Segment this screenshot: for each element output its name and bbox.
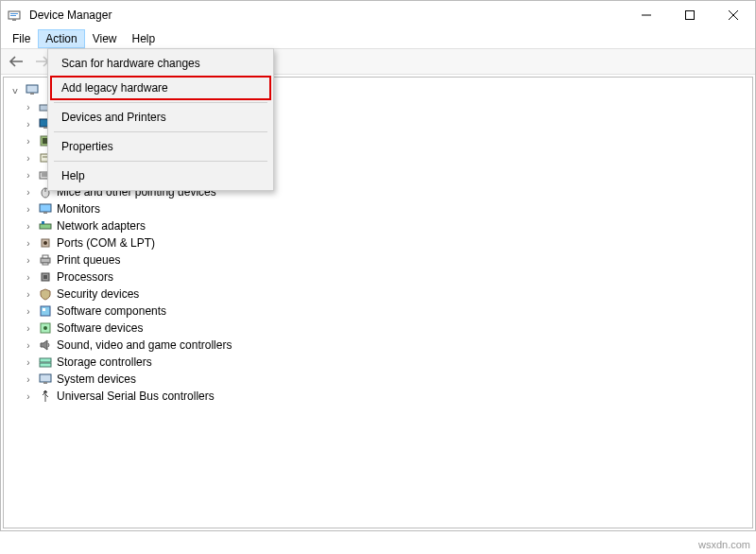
tree-item[interactable]: ›Network adapters <box>4 217 752 234</box>
printer-icon <box>38 252 53 268</box>
action-menu-dropdown: Scan for hardware changesAdd legacy hard… <box>47 48 274 191</box>
monitor-icon <box>38 201 53 216</box>
svg-point-45 <box>43 326 47 330</box>
tree-item[interactable]: ›Security devices <box>4 286 752 303</box>
tree-item-label: Universal Serial Bus controllers <box>57 390 215 403</box>
chevron-right-icon[interactable]: › <box>23 340 34 351</box>
menu-item-help[interactable]: Help <box>50 164 271 188</box>
chevron-right-icon[interactable]: › <box>23 204 34 215</box>
svg-rect-31 <box>40 204 51 212</box>
chevron-right-icon[interactable]: › <box>23 238 34 249</box>
chevron-right-icon[interactable]: › <box>23 391 34 402</box>
menu-item-add-legacy-hardware[interactable]: Add legacy hardware <box>50 76 271 100</box>
tree-item[interactable]: ›Monitors <box>4 200 752 217</box>
chevron-right-icon[interactable]: › <box>23 136 34 147</box>
chevron-right-icon[interactable]: › <box>23 357 34 368</box>
chevron-right-icon[interactable]: › <box>23 187 34 198</box>
chevron-down-icon[interactable]: ⅴ <box>9 85 21 95</box>
menu-item-properties[interactable]: Properties <box>50 134 271 159</box>
window-title: Device Manager <box>29 9 112 22</box>
window-buttons <box>625 1 755 29</box>
menu-help[interactable]: Help <box>125 29 163 48</box>
tree-item-label: Software components <box>57 304 166 318</box>
menu-action[interactable]: Action <box>38 29 84 48</box>
tree-item[interactable]: ›Sound, video and game controllers <box>4 337 752 354</box>
menu-file[interactable]: File <box>5 29 38 48</box>
tree-item-label: Storage controllers <box>57 355 152 369</box>
tree-item-label: Print queues <box>57 253 120 267</box>
tree-item[interactable]: ›Software components <box>4 303 752 320</box>
tree-item-label: Ports (COM & LPT) <box>57 236 155 250</box>
app-icon <box>7 8 22 23</box>
svg-rect-37 <box>41 258 50 263</box>
watermark: wsxdn.com <box>698 539 750 550</box>
svg-rect-46 <box>40 358 51 362</box>
svg-rect-3 <box>12 19 16 21</box>
usb-icon <box>38 389 53 404</box>
software-dev-icon <box>38 320 53 336</box>
tree-item[interactable]: ›Print queues <box>4 251 752 268</box>
svg-rect-8 <box>26 85 38 93</box>
maximize-button[interactable] <box>668 1 712 29</box>
minimize-button[interactable] <box>625 1 668 29</box>
tree-item[interactable]: ›System devices <box>4 371 752 388</box>
tree-item[interactable]: ›Ports (COM & LPT) <box>4 234 752 251</box>
svg-rect-47 <box>40 363 51 367</box>
menubar: FileActionViewHelp <box>1 29 755 48</box>
menu-separator <box>54 102 267 103</box>
close-button[interactable] <box>712 1 755 29</box>
svg-rect-32 <box>43 212 47 214</box>
titlebar: Device Manager <box>1 1 755 29</box>
svg-rect-48 <box>40 374 51 382</box>
tree-item-label: Processors <box>57 270 113 284</box>
menu-item-devices-and-printers[interactable]: Devices and Printers <box>50 105 271 130</box>
svg-rect-5 <box>686 11 695 20</box>
chevron-right-icon[interactable]: › <box>23 374 34 385</box>
svg-rect-49 <box>43 382 47 384</box>
tree-item-label: Monitors <box>57 202 100 216</box>
processor-icon <box>38 269 53 285</box>
chevron-right-icon[interactable]: › <box>23 272 34 283</box>
system-icon <box>38 372 53 387</box>
tree-item[interactable]: ›Software devices <box>4 320 752 337</box>
chevron-right-icon[interactable]: › <box>23 102 34 113</box>
tree-item-label: Software devices <box>57 321 143 335</box>
chevron-right-icon[interactable]: › <box>23 323 34 334</box>
security-icon <box>38 286 53 302</box>
chevron-right-icon[interactable]: › <box>23 153 34 164</box>
sound-icon <box>38 338 53 353</box>
chevron-right-icon[interactable]: › <box>23 119 34 130</box>
svg-rect-38 <box>43 255 48 258</box>
chevron-right-icon[interactable]: › <box>23 170 34 181</box>
tree-item-label: Network adapters <box>57 219 146 233</box>
tree-item-label: Sound, video and game controllers <box>57 338 232 352</box>
menu-separator <box>54 131 267 132</box>
tree-item-label: Security devices <box>57 287 139 301</box>
computer-icon <box>25 82 40 97</box>
svg-rect-9 <box>30 93 34 95</box>
network-icon <box>38 218 53 234</box>
chevron-right-icon[interactable]: › <box>23 255 34 266</box>
menu-separator <box>54 161 267 162</box>
chevron-right-icon[interactable]: › <box>23 306 34 317</box>
svg-rect-41 <box>43 275 47 279</box>
svg-point-36 <box>43 241 47 245</box>
svg-rect-33 <box>40 224 51 229</box>
svg-rect-43 <box>43 308 45 311</box>
port-icon <box>38 235 53 251</box>
svg-rect-34 <box>42 221 44 224</box>
back-button[interactable] <box>5 51 27 72</box>
svg-rect-1 <box>10 13 18 14</box>
chevron-right-icon[interactable]: › <box>23 289 34 300</box>
storage-icon <box>38 355 53 370</box>
tree-item[interactable]: ›Processors <box>4 268 752 286</box>
software-comp-icon <box>38 303 53 319</box>
svg-rect-2 <box>10 15 16 16</box>
menu-item-scan-for-hardware-changes[interactable]: Scan for hardware changes <box>50 51 271 76</box>
tree-item[interactable]: ›Universal Serial Bus controllers <box>4 388 752 405</box>
tree-item[interactable]: ›Storage controllers <box>4 354 752 371</box>
chevron-right-icon[interactable]: › <box>23 221 34 232</box>
svg-rect-39 <box>43 263 48 265</box>
menu-view[interactable]: View <box>85 29 125 48</box>
tree-item-label: System devices <box>57 372 136 386</box>
